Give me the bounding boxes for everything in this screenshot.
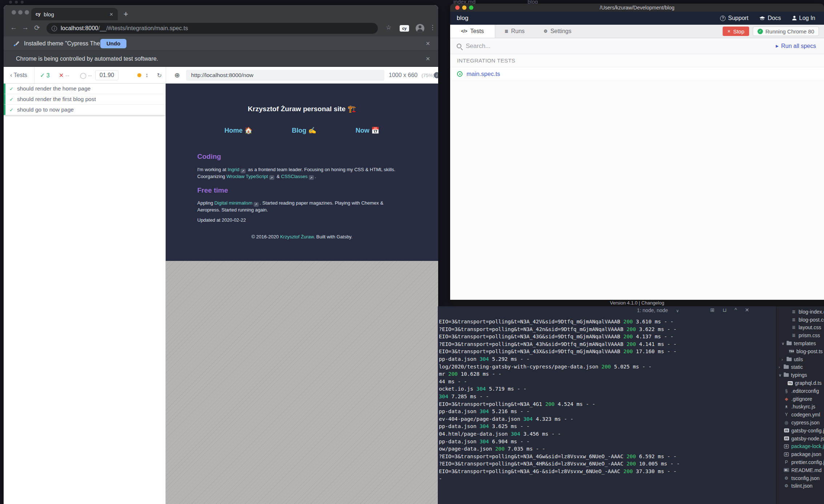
close-tab-icon[interactable]: ✕ xyxy=(109,12,113,17)
digital-minimalism-link[interactable]: Digital minimalism xyxy=(214,200,253,206)
close-infobar-icon[interactable]: ✕ xyxy=(425,56,430,62)
viewport-info-icon[interactable]: i xyxy=(434,72,438,78)
login-menu-item[interactable]: Log In xyxy=(792,15,815,21)
file-item[interactable]: ◎cypress.json xyxy=(776,419,824,427)
search-input[interactable] xyxy=(466,43,771,50)
file-item[interactable]: ≣prism.css xyxy=(776,331,824,339)
test-result-row[interactable]: ✓should render the home page xyxy=(4,84,165,94)
terminal-log-line: 44 ms - - xyxy=(439,378,680,386)
wroclaw-typescript-link[interactable]: Wrocław TypeScript xyxy=(226,174,268,179)
file-item[interactable]: M↓README.md xyxy=(776,466,824,474)
nav-link-blog[interactable]: Blog ✍️ xyxy=(292,126,316,134)
theme-infobar: Installed theme "Cypress Theme" Undo ✕ xyxy=(4,36,438,51)
close-panel-icon[interactable]: ✕ xyxy=(745,307,749,313)
trash-terminal-icon[interactable]: ⊔ xyxy=(723,307,727,313)
docs-menu-item[interactable]: Docs xyxy=(759,15,781,21)
cypress-file-icon: ◎ xyxy=(784,420,789,425)
cypress-extension-icon[interactable]: cy xyxy=(400,25,409,32)
test-result-row[interactable]: ✓should render the first blog post xyxy=(4,94,165,105)
cssclasses-link[interactable]: CSSClasses xyxy=(281,174,308,179)
file-item[interactable]: ⚙tsconfig.json xyxy=(776,474,824,482)
log-text: 17.160 ms - - xyxy=(633,348,677,354)
selector-playground-icon[interactable]: ⊕ xyxy=(174,71,180,79)
file-item[interactable]: §.editorconfig xyxy=(776,387,824,395)
file-item[interactable]: JSgatsby-config.j xyxy=(776,427,824,435)
maximize-window-icon[interactable] xyxy=(25,10,29,15)
file-item[interactable]: JSgatsby-node.js xyxy=(776,435,824,443)
file-item[interactable]: ›utils xyxy=(776,355,824,363)
file-item[interactable]: Ycodegen.yml xyxy=(776,411,824,419)
nav-link-home[interactable]: Home 🏠 xyxy=(225,126,253,134)
back-icon[interactable]: ← xyxy=(10,24,17,32)
file-name: codegen.yml xyxy=(791,412,820,418)
terminal-log-line: ?EIO=3&transport=polling&t=N3A_42n&sid=9… xyxy=(439,326,680,333)
external-link-icon: ↗ xyxy=(254,202,259,207)
browser-menu-icon[interactable]: ⋮ xyxy=(429,24,436,31)
file-item[interactable]: ≣blog-index.c xyxy=(776,308,824,316)
file-item[interactable]: ≣blog-post.cs xyxy=(776,316,824,324)
file-item[interactable]: ›static xyxy=(776,363,824,371)
http-status-200: 200 xyxy=(623,468,633,474)
tab-runs[interactable]: ≣Runs xyxy=(495,25,534,38)
author-link[interactable]: Krzysztof Żuraw xyxy=(280,234,314,239)
run-all-specs-button[interactable]: ▶Run all specs xyxy=(776,43,816,49)
site-info-icon[interactable]: i xyxy=(52,26,57,31)
close-infobar-icon[interactable]: ✕ xyxy=(425,40,430,47)
log-text: 04.html/page-data.json xyxy=(439,431,511,437)
check-icon: ✓ xyxy=(9,107,13,113)
tab-tests[interactable]: </>Tests xyxy=(450,25,495,38)
file-item[interactable]: ⚙tslint.json xyxy=(776,482,824,490)
back-to-tests-button[interactable]: ‹ Tests xyxy=(10,72,27,78)
terminal-log-line: EIO=3&transport=polling&t=N3A_42V&sid=9D… xyxy=(439,318,680,326)
ingrid-link[interactable]: Ingrid xyxy=(227,167,239,172)
terminal-output[interactable]: EIO=3&transport=polling&t=N3A_42V&sid=9D… xyxy=(439,318,680,483)
running-browser-button[interactable]: ✓Running Chrome 80 xyxy=(753,27,819,36)
file-item[interactable]: ≣layout.css xyxy=(776,324,824,332)
profile-avatar[interactable] xyxy=(416,24,424,33)
spec-row-main[interactable]: main.spec.ts xyxy=(450,67,824,81)
chevron-down-icon: ∨ xyxy=(676,309,679,313)
terminal-selector-dropdown[interactable]: 1: node, node∨ xyxy=(637,307,679,313)
undo-theme-button[interactable]: Undo xyxy=(100,39,126,48)
aut-url-input[interactable] xyxy=(186,70,384,81)
log-text: EIO=3&transport=polling&t=N3A_42V&sid=9D… xyxy=(439,319,623,324)
tab-settings[interactable]: ⚙Settings xyxy=(534,25,581,38)
passed-count: ✓ 3 xyxy=(40,72,50,78)
browser-tab[interactable]: cy blog ✕ xyxy=(31,8,118,20)
minimize-window-icon[interactable] xyxy=(18,10,23,15)
http-status-200: 200 xyxy=(626,453,636,459)
file-item[interactable]: TSXblog-post.ts xyxy=(776,347,824,355)
file-item[interactable]: ∨typings xyxy=(776,371,824,379)
cypress-favicon: cy xyxy=(36,12,40,17)
nav-link-now[interactable]: Now 📅 xyxy=(356,126,379,134)
split-terminal-icon[interactable]: ⊞ xyxy=(710,307,715,313)
project-name: blog xyxy=(457,15,468,22)
file-name: blog-post.cs xyxy=(799,317,824,323)
file-item[interactable]: Pprettier.config.j xyxy=(776,458,824,466)
support-menu-item[interactable]: ?Support xyxy=(720,15,748,21)
file-item[interactable]: TSgraphql.d.ts xyxy=(776,379,824,387)
reload-icon[interactable]: ⟳ xyxy=(34,24,40,32)
test-result-row[interactable]: ✓should go to now page xyxy=(4,105,165,115)
close-window-icon[interactable] xyxy=(12,10,16,15)
bookmark-star-icon[interactable]: ☆ xyxy=(386,24,391,31)
log-text: 10.628 ms - - xyxy=(458,371,502,377)
auto-scroll-indicator[interactable] xyxy=(137,73,141,77)
stop-button[interactable]: ✕Stop xyxy=(723,27,749,36)
terminal-log-line: EIO=3&transport=polling&t=N3A_4G-&sid=lz… xyxy=(439,468,680,475)
chevron-up-icon[interactable]: ^ xyxy=(735,307,737,313)
spec-list: INTEGRATION TESTS main.spec.ts xyxy=(450,54,824,300)
http-status-304: 304 xyxy=(476,386,486,392)
address-bar[interactable]: i localhost:8000/__/#/tests/integration/… xyxy=(47,23,378,34)
file-item[interactable]: npackage-lock.js xyxy=(776,443,824,451)
version-footer[interactable]: Version 4.1.0 | Changelog xyxy=(450,300,824,306)
file-item[interactable]: ∨templates xyxy=(776,339,824,347)
terminal-log-line: ?EIO=3&transport=polling&t=N3A_4Gw&sid=l… xyxy=(439,453,680,460)
scroll-toggle-icon[interactable]: ↕ xyxy=(145,72,148,78)
file-item[interactable]: ◆.gitignore xyxy=(776,395,824,403)
file-item[interactable]: npackage.json xyxy=(776,450,824,458)
file-item[interactable]: ᴥ.huskyrc.js xyxy=(776,403,824,411)
forward-icon[interactable]: → xyxy=(22,24,29,32)
new-tab-button[interactable]: + xyxy=(124,10,128,18)
restart-tests-icon[interactable]: ↻ xyxy=(157,72,162,78)
